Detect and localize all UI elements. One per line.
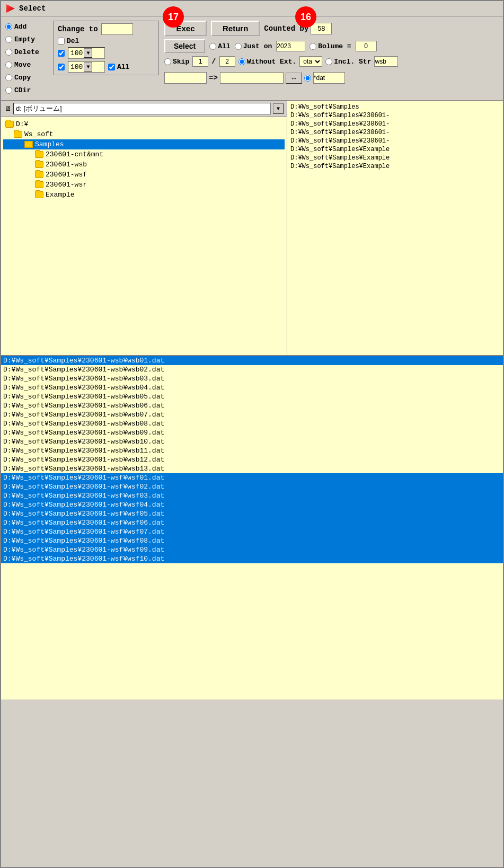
tree-item[interactable]: 230601-cnt&mnt — [3, 149, 285, 160]
annotation-16: 16 — [295, 6, 316, 28]
radio-copy[interactable]: Copy — [5, 72, 48, 83]
file-item[interactable]: D:¥Ws_soft¥Samples¥Example — [289, 162, 501, 171]
arrow-symbol: => — [209, 74, 218, 82]
incl-str-radio-item[interactable]: Incl. Str — [325, 58, 371, 66]
num1-checkbox[interactable] — [58, 50, 65, 57]
num1-dropdown-btn[interactable]: ▼ — [84, 48, 92, 58]
arrow-left-input[interactable] — [164, 72, 207, 84]
bottom-file-list[interactable]: D:¥Ws_soft¥Samples¥230601-wsb¥wsb01.dat … — [1, 355, 503, 699]
radio-add-label: Add — [14, 23, 26, 31]
bottom-file-item[interactable]: D:¥Ws_soft¥Samples¥230601-wsf¥wsf03.dat — [1, 491, 503, 500]
tree-area[interactable]: D:¥ Ws_soft Samples 230601-cnt&mnt 23060… — [1, 117, 287, 355]
bottom-file-path: D:¥Ws_soft¥Samples¥230601-wsb¥wsb11.dat — [3, 447, 164, 455]
num2-checkbox[interactable] — [58, 64, 65, 70]
arrow-right-input[interactable] — [220, 72, 284, 84]
del-checkbox[interactable] — [58, 38, 65, 45]
counted-by-input[interactable] — [311, 23, 332, 34]
bottom-file-item[interactable]: D:¥Ws_soft¥Samples¥230601-wsb¥wsb13.dat — [1, 464, 503, 473]
file-panel[interactable]: D:¥Ws_soft¥Samples D:¥Ws_soft¥Samples¥23… — [287, 101, 503, 355]
bottom-file-item[interactable]: D:¥Ws_soft¥Samples¥230601-wsf¥wsf01.dat — [1, 473, 503, 482]
bottom-file-item[interactable]: D:¥Ws_soft¥Samples¥230601-wsb¥wsb08.dat — [1, 419, 503, 428]
incl-str-input[interactable] — [374, 56, 398, 67]
just-on-input[interactable] — [276, 41, 305, 51]
file-item[interactable]: D:¥Ws_soft¥Samples¥230601- — [289, 120, 501, 128]
bolume-input[interactable] — [356, 41, 377, 51]
bottom-file-item[interactable]: D:¥Ws_soft¥Samples¥230601-wsf¥wsf10.dat — [1, 554, 503, 563]
bottom-file-item[interactable]: D:¥Ws_soft¥Samples¥230601-wsb¥wsb06.dat — [1, 401, 503, 410]
bottom-file-item[interactable]: D:¥Ws_soft¥Samples¥230601-wsf¥wsf08.dat — [1, 536, 503, 545]
tree-item[interactable]: 230601-wsf — [3, 170, 285, 180]
star-input[interactable] — [313, 72, 345, 84]
bottom-file-item[interactable]: D:¥Ws_soft¥Samples¥230601-wsb¥wsb10.dat — [1, 437, 503, 446]
tree-item-selected[interactable]: Samples — [3, 139, 285, 149]
just-on-radio-item[interactable]: Just on — [235, 42, 272, 50]
radio-delete[interactable]: Delete — [5, 46, 48, 58]
bottom-file-item[interactable]: D:¥Ws_soft¥Samples¥230601-wsb¥wsb03.dat — [1, 374, 503, 383]
controls-panel: Add Empty Delete Move Copy — [1, 16, 503, 101]
change-to-section: Change to Del 100 ▼ — [53, 21, 159, 75]
bottom-file-item[interactable]: D:¥Ws_soft¥Samples¥230601-wsb¥wsb11.dat — [1, 446, 503, 455]
all-radio-item[interactable]: All — [209, 42, 230, 50]
tree-item-label: 230601-cnt&mnt — [46, 150, 103, 158]
change-to-label: Change to — [58, 25, 98, 33]
drive-selector: 🖥 ▼ — [1, 101, 287, 117]
bottom-file-path: D:¥Ws_soft¥Samples¥230601-wsb¥wsb08.dat — [3, 420, 164, 428]
radio-empty-label: Empty — [14, 36, 35, 43]
bottom-file-item[interactable]: D:¥Ws_soft¥Samples¥230601-wsb¥wsb05.dat — [1, 392, 503, 401]
radio-empty[interactable]: Empty — [5, 33, 48, 45]
drive-dropdown-btn[interactable]: ▼ — [273, 103, 284, 114]
file-item[interactable]: D:¥Ws_soft¥Samples¥Example — [289, 154, 501, 162]
change-to-input[interactable] — [101, 23, 133, 35]
without-ext-radio-item[interactable]: Without Ext. — [238, 58, 297, 66]
radio-cdir-label: CDir — [14, 86, 31, 94]
all-row: All — [108, 63, 129, 71]
drive-input[interactable] — [13, 103, 271, 114]
radio-cdir[interactable]: CDir — [5, 84, 48, 96]
del-label: Del — [67, 37, 79, 45]
file-path: D:¥Ws_soft¥Samples¥Example — [290, 163, 390, 170]
tree-item[interactable]: 230601-wsb — [3, 160, 285, 170]
star-radio[interactable] — [304, 75, 311, 82]
bolume-radio-item[interactable]: Bolume = — [310, 42, 351, 50]
bottom-file-path: D:¥Ws_soft¥Samples¥230601-wsf¥wsf04.dat — [3, 501, 164, 509]
drive-hdd-icon: 🖥 — [4, 105, 11, 113]
file-item[interactable]: D:¥Ws_soft¥Samples — [289, 103, 501, 111]
bottom-file-item[interactable]: D:¥Ws_soft¥Samples¥230601-wsf¥wsf06.dat — [1, 518, 503, 527]
tree-item[interactable]: Ws_soft — [3, 129, 285, 139]
bottom-file-item[interactable]: D:¥Ws_soft¥Samples¥230601-wsb¥wsb02.dat — [1, 365, 503, 374]
bottom-file-item[interactable]: D:¥Ws_soft¥Samples¥230601-wsf¥wsf05.dat — [1, 509, 503, 518]
bottom-file-path: D:¥Ws_soft¥Samples¥230601-wsf¥wsf01.dat — [3, 474, 164, 482]
skip-input1[interactable] — [192, 56, 208, 67]
del-row: Del — [58, 37, 79, 45]
bottom-file-path: D:¥Ws_soft¥Samples¥230601-wsf¥wsf08.dat — [3, 537, 164, 545]
radio-add[interactable]: Add — [5, 21, 48, 32]
file-item[interactable]: D:¥Ws_soft¥Samples¥Example — [289, 145, 501, 154]
skip-radio-item[interactable]: Skip — [164, 58, 189, 66]
return-button[interactable]: Return — [211, 21, 260, 36]
bottom-file-item[interactable]: D:¥Ws_soft¥Samples¥230601-wsf¥wsf04.dat — [1, 500, 503, 509]
bottom-file-item[interactable]: D:¥Ws_soft¥Samples¥230601-wsf¥wsf02.dat — [1, 482, 503, 491]
file-item[interactable]: D:¥Ws_soft¥Samples¥230601- — [289, 128, 501, 137]
all-checkbox[interactable] — [108, 64, 115, 70]
num1-dropdown: 100 ▼ — [68, 47, 105, 59]
skip-input2[interactable] — [219, 56, 235, 67]
without-ext-dropdown[interactable]: ota — [299, 56, 322, 67]
select-button[interactable]: Select — [164, 39, 205, 53]
tree-item[interactable]: 230601-wsr — [3, 180, 285, 190]
file-path: D:¥Ws_soft¥Samples¥Example — [290, 146, 390, 153]
bottom-file-item[interactable]: D:¥Ws_soft¥Samples¥230601-wsf¥wsf07.dat — [1, 527, 503, 536]
file-item[interactable]: D:¥Ws_soft¥Samples¥230601- — [289, 137, 501, 145]
double-arrow-button[interactable]: ↔ — [286, 73, 302, 84]
tree-item[interactable]: Example — [3, 190, 285, 200]
bottom-file-item[interactable]: D:¥Ws_soft¥Samples¥230601-wsb¥wsb09.dat — [1, 428, 503, 437]
bottom-file-item[interactable]: D:¥Ws_soft¥Samples¥230601-wsb¥wsb12.dat — [1, 455, 503, 464]
tree-item[interactable]: D:¥ — [3, 119, 285, 129]
main-window: 17 16 Select Add Empty Delete — [0, 0, 504, 868]
bottom-file-item[interactable]: D:¥Ws_soft¥Samples¥230601-wsf¥wsf09.dat — [1, 545, 503, 554]
file-item[interactable]: D:¥Ws_soft¥Samples¥230601- — [289, 111, 501, 120]
radio-move[interactable]: Move — [5, 59, 48, 70]
bottom-file-item[interactable]: D:¥Ws_soft¥Samples¥230601-wsb¥wsb04.dat — [1, 383, 503, 392]
bottom-file-item[interactable]: D:¥Ws_soft¥Samples¥230601-wsb¥wsb01.dat — [1, 356, 503, 365]
num2-dropdown-btn[interactable]: ▼ — [84, 62, 92, 72]
bottom-file-item[interactable]: D:¥Ws_soft¥Samples¥230601-wsb¥wsb07.dat — [1, 410, 503, 419]
